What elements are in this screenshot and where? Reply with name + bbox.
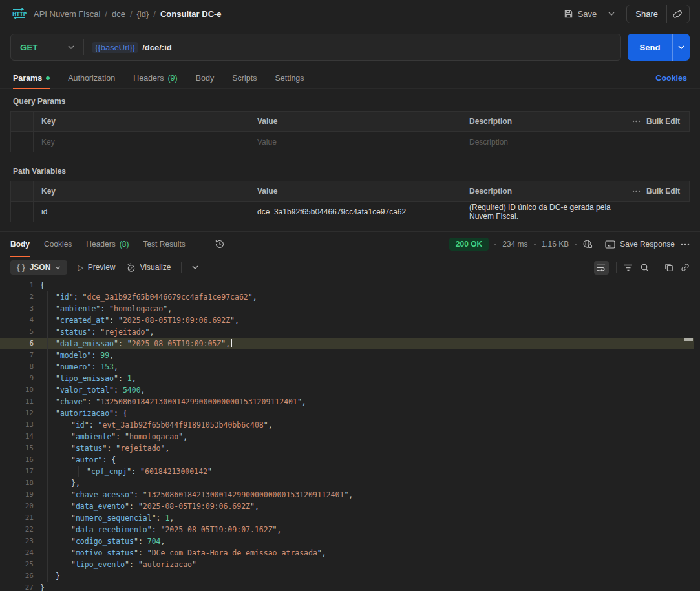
tab-authorization[interactable]: Authorization [68,67,115,88]
network-info-icon[interactable] [582,239,593,249]
text-cursor [231,339,232,347]
preview-button[interactable]: ▷ Preview [78,263,115,272]
code-line[interactable]: 14"ambiente": "homologacao", [0,431,694,442]
save-response-button[interactable]: Save Response [605,240,675,249]
response-viewer-toolbar: { } JSON ▷ Preview Visualize [0,256,700,278]
tab-params[interactable]: Params [13,67,50,88]
code-line[interactable]: 20"data_evento": "2025-08-05T19:09:06.69… [0,501,694,512]
bulk-edit-button[interactable]: Bulk Edit [619,111,690,132]
path-var-value[interactable]: dce_3a1b92f65b0446679cc4afa1ce97ca62 [249,202,461,222]
send-button[interactable]: Send [628,34,672,61]
save-button[interactable]: Save [560,6,601,22]
code-line[interactable]: 2"id": "dce_3a1b92f65b0446679cc4afa1ce97… [0,291,694,303]
row-select-cell[interactable] [10,202,34,222]
response-time[interactable]: 234 ms [502,240,527,249]
overview-ruler-marker [684,338,693,341]
search-icon[interactable] [640,263,650,273]
response-tab-test-results[interactable]: Test Results [143,232,185,256]
response-more-options-icon[interactable] [681,243,690,245]
description-cell[interactable] [461,132,619,152]
response-tab-cookies[interactable]: Cookies [44,232,72,256]
code-line[interactable]: 3"ambiente": "homologacao", [0,303,694,315]
path-var-key[interactable]: id [34,202,249,222]
key-input[interactable] [41,138,241,147]
line-number: 25 [0,559,34,570]
value-cell[interactable] [249,132,461,152]
code-line[interactable]: 10"valor_total": 5400, [0,384,694,396]
response-tab-body[interactable]: Body [10,232,30,256]
copy-icon[interactable] [664,263,673,272]
method-selector[interactable]: GET [11,43,83,52]
code-line[interactable]: 19"chave_acesso": "132508601842130001429… [0,489,694,501]
viewer-options-chevron[interactable] [192,265,198,269]
line-number: 18 [0,477,34,489]
code-line[interactable]: 5"status": "rejeitado", [0,326,694,338]
row-select-cell[interactable] [10,132,34,152]
wrap-text-icon[interactable] [594,261,609,275]
code-line[interactable]: 25"tipo_evento": "autorizacao" [0,559,694,570]
value-column-header: Value [249,181,461,202]
value-input[interactable] [257,138,453,147]
code-line[interactable]: 24"motivo_status": "DCe com Data-Hora de… [0,547,694,559]
share-button[interactable]: Share [627,5,666,23]
response-pane: Body Cookies Headers (8) Test Results 20… [0,231,700,591]
code-line[interactable]: 15"status": "rejeitado", [0,442,694,454]
description-input[interactable] [469,138,611,147]
code-line[interactable]: 26} [0,570,694,582]
code-line[interactable]: 23"codigo_status": 704, [0,535,694,547]
line-number: 11 [0,396,34,408]
key-cell[interactable] [34,132,249,152]
path-var-description[interactable]: (Required) ID único da DC-e gerada pela … [461,202,619,222]
code-line[interactable]: 6"data_emissao": "2025-08-05T19:09:05Z", [0,338,694,349]
more-dots-icon [632,190,641,192]
request-tabs: Params Authorization Headers (9) Body Sc… [0,67,700,89]
tab-headers[interactable]: Headers (9) [133,67,178,88]
code-line[interactable]: 17"cpf_cnpj": "60184213000142" [0,466,694,477]
code-line[interactable]: 9"tipo_emissao": 1, [0,373,694,384]
code-line[interactable]: 7"modelo": 99, [0,349,694,361]
response-body-editor[interactable]: 1{2"id": "dce_3a1b92f65b0446679cc4afa1ce… [0,278,700,591]
filter-icon[interactable] [624,264,633,271]
status-badge[interactable]: 200 OK [449,238,489,251]
code-line[interactable]: 13"id": "evt_3a1b92f65b044f91891053b40bb… [0,419,694,431]
line-number: 6 [0,338,34,349]
save-options-chevron[interactable] [606,8,617,19]
code-line[interactable]: 12"autorizacao": { [0,408,694,419]
breadcrumb-subfolder[interactable]: {id} [137,9,149,19]
base-url-variable[interactable]: {{baseUrl}} [92,42,138,53]
chevron-down-icon [55,266,61,269]
link-icon[interactable] [681,263,690,272]
code-line[interactable]: 1{ [0,280,694,291]
visualize-button[interactable]: Visualize [126,263,171,273]
send-options-chevron[interactable] [672,34,690,61]
code-line[interactable]: 8"numero": 153, [0,361,694,373]
url-input[interactable]: {{baseUrl}} /dce/:id [84,42,620,53]
code-line[interactable]: 4"created_at": "2025-08-05T19:09:06.692Z… [0,315,694,326]
code-line[interactable]: 21"numero_sequencial": 1, [0,512,694,524]
breadcrumb-collection[interactable]: API Nuvem Fiscal [34,9,100,19]
line-number: 2 [0,291,34,303]
copy-link-button[interactable] [666,5,689,23]
line-number: 3 [0,303,34,315]
code-line[interactable]: 18}, [0,477,694,489]
code-line[interactable]: 22"data_recebimento": "2025-08-05T19:09:… [0,524,694,535]
response-tab-headers[interactable]: Headers (8) [86,232,129,256]
tab-body[interactable]: Body [196,67,215,88]
breadcrumb-folder[interactable]: dce [112,9,125,19]
bulk-edit-button[interactable]: Bulk Edit [619,181,690,202]
code-line[interactable]: 27} [0,582,694,591]
code-line[interactable]: 11"chave": "1325086018421300014299000000… [0,396,694,408]
cookies-link[interactable]: Cookies [655,74,687,83]
code-line[interactable]: 16"autor": { [0,454,694,466]
tab-scripts[interactable]: Scripts [232,67,257,88]
line-number: 4 [0,315,34,326]
history-icon[interactable] [215,239,225,249]
line-number: 20 [0,501,34,512]
tab-settings[interactable]: Settings [275,67,304,88]
response-size[interactable]: 1.16 KB [542,240,569,249]
line-number: 13 [0,419,34,431]
query-params-table: Key Value Description Bulk Edit [10,111,690,152]
visualize-icon [126,263,136,273]
response-format-selector[interactable]: { } JSON [10,260,67,275]
save-icon [564,9,573,19]
